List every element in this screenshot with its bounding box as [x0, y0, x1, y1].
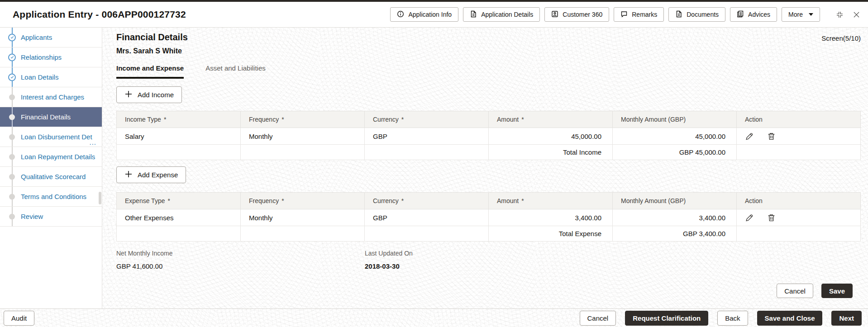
step-complete-icon: [8, 53, 16, 61]
sidebar-item-loan-details[interactable]: Loan Details: [0, 67, 102, 87]
sidebar-item-terms-and-conditions[interactable]: Terms and Conditions: [0, 187, 102, 207]
step-current-icon: [9, 114, 15, 120]
footer-cancel-button[interactable]: Cancel: [580, 311, 616, 326]
sidebar-item-review[interactable]: Review: [0, 207, 102, 227]
chat-bubble-icon: [620, 10, 628, 19]
step-pending-icon: [9, 94, 15, 100]
more-button[interactable]: More: [782, 7, 820, 22]
expense-currency-cell: GBP: [365, 209, 489, 226]
save-and-close-button[interactable]: Save and Close: [757, 311, 823, 326]
expense-amount-cell: 3,400.00: [489, 209, 613, 226]
footer-bar: Audit Cancel Request Clarification Back …: [0, 308, 868, 327]
cancel-button[interactable]: Cancel: [777, 284, 813, 298]
expense-total-row: Total Expense GBP 3,400.00: [117, 226, 861, 242]
column-currency: Currency*: [365, 111, 489, 128]
application-details-button[interactable]: Application Details: [463, 7, 540, 22]
net-monthly-income-value: GBP 41,600.00: [116, 262, 365, 270]
expense-monthly-amount-cell: 3,400.00: [613, 209, 737, 226]
add-income-button[interactable]: Add Income: [116, 86, 182, 103]
remarks-button[interactable]: Remarks: [614, 7, 664, 22]
total-expense-value: GBP 3,400.00: [613, 226, 737, 242]
sidebar-item-applicants[interactable]: Applicants: [0, 28, 102, 47]
info-icon: [397, 10, 404, 19]
sidebar-scrollbar-thumb[interactable]: [99, 192, 101, 204]
column-action: Action: [737, 193, 861, 209]
screen-indicator: Screen(5/10): [821, 32, 861, 42]
column-income-type: Income Type*: [117, 111, 241, 128]
window-title: Application Entry - 006APP000127732: [13, 9, 186, 20]
back-button[interactable]: Back: [717, 311, 748, 326]
add-expense-button[interactable]: Add Expense: [116, 166, 186, 183]
delete-income-trash-icon[interactable]: [767, 132, 776, 141]
income-action-cell: [737, 128, 861, 145]
window-controls: [835, 10, 861, 19]
next-button[interactable]: Next: [831, 311, 862, 326]
total-income-label: Total Income: [489, 145, 613, 160]
total-income-value: GBP 45,000.00: [613, 145, 737, 160]
document-icon: [675, 10, 682, 19]
income-table: Income Type* Frequency* Currency* Amount…: [116, 111, 861, 160]
income-row: Salary Monthly GBP 45,000.00 45,000.00: [117, 128, 861, 145]
income-table-header: Income Type* Frequency* Currency* Amount…: [117, 111, 861, 128]
tab-income-and-expense[interactable]: Income and Expense: [116, 64, 184, 79]
income-amount-cell: 45,000.00: [489, 128, 613, 145]
column-currency: Currency*: [365, 193, 489, 209]
step-pending-icon: [9, 194, 15, 199]
title-bar-actions: Application Info Application Details Cus…: [390, 7, 861, 22]
net-monthly-income-label: Net Monthly Income: [116, 250, 365, 257]
customer-badge-icon: [551, 10, 558, 19]
expense-type-cell: Other Expenses: [117, 209, 241, 226]
request-clarification-button[interactable]: Request Clarification: [625, 311, 708, 326]
column-amount: Amount*: [489, 111, 613, 128]
last-updated-label: Last Updated On: [365, 250, 413, 257]
step-pending-icon: [9, 213, 15, 219]
column-frequency: Frequency*: [241, 111, 365, 128]
income-type-cell: Salary: [117, 128, 241, 145]
income-total-row: Total Income GBP 45,000.00: [117, 145, 861, 160]
edit-income-pencil-icon[interactable]: [745, 132, 754, 141]
collapse-icon[interactable]: [835, 10, 844, 19]
documents-button[interactable]: Documents: [668, 7, 725, 22]
body: Applicants Relationships Loan Details In…: [0, 28, 868, 308]
sidebar-item-qualitative-scorecard[interactable]: Qualitative Scorecard: [0, 167, 102, 187]
step-pending-icon: [9, 174, 15, 180]
delete-expense-trash-icon[interactable]: [767, 213, 776, 222]
income-frequency-cell: Monthly: [241, 128, 365, 145]
sidebar-item-relationships[interactable]: Relationships: [0, 47, 102, 67]
panel-actions: Cancel Save: [116, 284, 861, 298]
sidebar-item-loan-repayment-details[interactable]: Loan Repayment Details: [0, 147, 102, 167]
column-frequency: Frequency*: [241, 193, 365, 209]
application-info-button[interactable]: Application Info: [390, 7, 458, 22]
sidebar-stepper: Applicants Relationships Loan Details In…: [0, 28, 102, 308]
sidebar-item-financial-details[interactable]: Financial Details: [0, 107, 102, 127]
application-entry-window: Application Entry - 006APP000127732 Appl…: [0, 0, 868, 327]
income-currency-cell: GBP: [365, 128, 489, 145]
plus-icon: [124, 170, 133, 180]
main-panel: Financial Details Screen(5/10) Mrs. Sara…: [102, 28, 868, 308]
save-button[interactable]: Save: [821, 284, 853, 298]
audit-button[interactable]: Audit: [4, 311, 34, 326]
label-truncation: ...: [89, 138, 96, 146]
summary-section: Net Monthly Income GBP 41,600.00 Last Up…: [116, 250, 861, 270]
close-icon[interactable]: [852, 10, 861, 19]
sidebar-item-loan-disbursement-details[interactable]: Loan Disbursement Det ...: [0, 127, 102, 147]
pages-stack-icon: [737, 10, 744, 19]
advices-button[interactable]: Advices: [730, 7, 777, 22]
customer-360-button[interactable]: Customer 360: [544, 7, 609, 22]
sidebar-item-interest-and-charges[interactable]: Interest and Charges: [0, 87, 102, 107]
income-monthly-amount-cell: 45,000.00: [613, 128, 737, 145]
step-complete-icon: [8, 73, 16, 81]
plus-icon: [124, 90, 133, 100]
column-monthly-amount: Monthly Amount (GBP): [613, 111, 737, 128]
step-pending-icon: [9, 154, 15, 160]
total-expense-label: Total Expense: [489, 226, 613, 242]
column-monthly-amount: Monthly Amount (GBP): [613, 193, 737, 209]
page-title: Financial Details: [116, 32, 188, 43]
applicant-name: Mrs. Sarah S White: [116, 47, 861, 55]
step-complete-icon: [8, 33, 16, 41]
column-action: Action: [737, 111, 861, 128]
edit-expense-pencil-icon[interactable]: [745, 213, 754, 222]
title-bar: Application Entry - 006APP000127732 Appl…: [0, 2, 868, 28]
column-amount: Amount*: [489, 193, 613, 209]
tab-asset-and-liabilities[interactable]: Asset and Liabilities: [205, 64, 266, 79]
